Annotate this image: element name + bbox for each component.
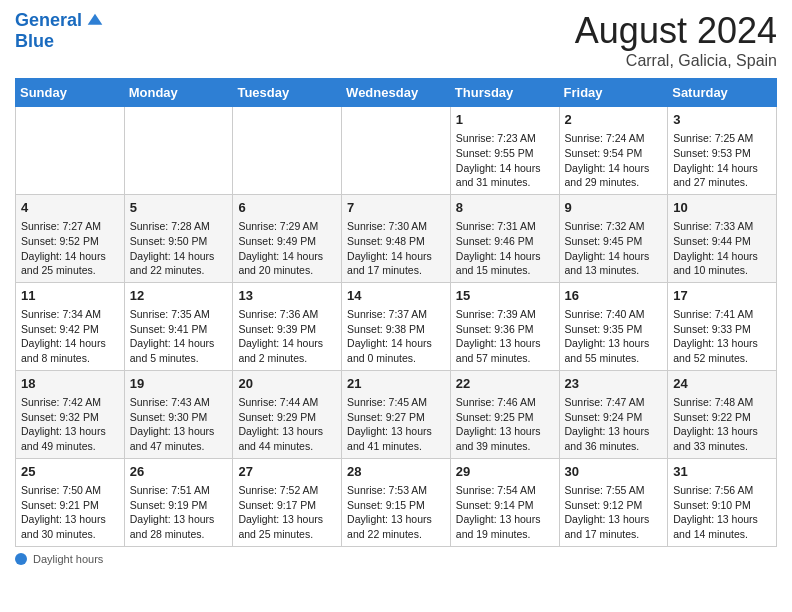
day-info: Sunrise: 7:37 AM Sunset: 9:38 PM Dayligh… <box>347 307 445 366</box>
day-number: 15 <box>456 287 554 305</box>
calendar-cell: 13Sunrise: 7:36 AM Sunset: 9:39 PM Dayli… <box>233 282 342 370</box>
weekday-header-sunday: Sunday <box>16 79 125 107</box>
calendar-cell <box>16 107 125 195</box>
day-number: 11 <box>21 287 119 305</box>
day-number: 23 <box>565 375 663 393</box>
day-number: 16 <box>565 287 663 305</box>
calendar-cell: 21Sunrise: 7:45 AM Sunset: 9:27 PM Dayli… <box>342 370 451 458</box>
calendar-header: SundayMondayTuesdayWednesdayThursdayFrid… <box>16 79 777 107</box>
day-number: 20 <box>238 375 336 393</box>
calendar-cell: 7Sunrise: 7:30 AM Sunset: 9:48 PM Daylig… <box>342 194 451 282</box>
day-info: Sunrise: 7:30 AM Sunset: 9:48 PM Dayligh… <box>347 219 445 278</box>
weekday-header-tuesday: Tuesday <box>233 79 342 107</box>
calendar-cell: 19Sunrise: 7:43 AM Sunset: 9:30 PM Dayli… <box>124 370 233 458</box>
calendar-cell: 16Sunrise: 7:40 AM Sunset: 9:35 PM Dayli… <box>559 282 668 370</box>
calendar-table: SundayMondayTuesdayWednesdayThursdayFrid… <box>15 78 777 547</box>
calendar-cell: 3Sunrise: 7:25 AM Sunset: 9:53 PM Daylig… <box>668 107 777 195</box>
calendar-week-row: 11Sunrise: 7:34 AM Sunset: 9:42 PM Dayli… <box>16 282 777 370</box>
day-number: 10 <box>673 199 771 217</box>
day-number: 31 <box>673 463 771 481</box>
logo: GeneralBlue <box>15 10 106 52</box>
daylight-dot <box>15 553 27 565</box>
calendar-cell: 18Sunrise: 7:42 AM Sunset: 9:32 PM Dayli… <box>16 370 125 458</box>
calendar-cell: 29Sunrise: 7:54 AM Sunset: 9:14 PM Dayli… <box>450 458 559 546</box>
calendar-cell: 2Sunrise: 7:24 AM Sunset: 9:54 PM Daylig… <box>559 107 668 195</box>
day-info: Sunrise: 7:50 AM Sunset: 9:21 PM Dayligh… <box>21 483 119 542</box>
day-info: Sunrise: 7:35 AM Sunset: 9:41 PM Dayligh… <box>130 307 228 366</box>
day-number: 1 <box>456 111 554 129</box>
title-block: August 2024 Carral, Galicia, Spain <box>575 10 777 70</box>
day-info: Sunrise: 7:45 AM Sunset: 9:27 PM Dayligh… <box>347 395 445 454</box>
calendar-cell: 25Sunrise: 7:50 AM Sunset: 9:21 PM Dayli… <box>16 458 125 546</box>
day-info: Sunrise: 7:25 AM Sunset: 9:53 PM Dayligh… <box>673 131 771 190</box>
location-subtitle: Carral, Galicia, Spain <box>575 52 777 70</box>
day-info: Sunrise: 7:39 AM Sunset: 9:36 PM Dayligh… <box>456 307 554 366</box>
calendar-cell <box>233 107 342 195</box>
month-title: August 2024 <box>575 10 777 52</box>
day-info: Sunrise: 7:29 AM Sunset: 9:49 PM Dayligh… <box>238 219 336 278</box>
weekday-header-monday: Monday <box>124 79 233 107</box>
day-info: Sunrise: 7:33 AM Sunset: 9:44 PM Dayligh… <box>673 219 771 278</box>
calendar-cell: 8Sunrise: 7:31 AM Sunset: 9:46 PM Daylig… <box>450 194 559 282</box>
day-info: Sunrise: 7:32 AM Sunset: 9:45 PM Dayligh… <box>565 219 663 278</box>
day-info: Sunrise: 7:36 AM Sunset: 9:39 PM Dayligh… <box>238 307 336 366</box>
calendar-week-row: 1Sunrise: 7:23 AM Sunset: 9:55 PM Daylig… <box>16 107 777 195</box>
day-info: Sunrise: 7:47 AM Sunset: 9:24 PM Dayligh… <box>565 395 663 454</box>
day-info: Sunrise: 7:24 AM Sunset: 9:54 PM Dayligh… <box>565 131 663 190</box>
day-number: 28 <box>347 463 445 481</box>
calendar-cell: 1Sunrise: 7:23 AM Sunset: 9:55 PM Daylig… <box>450 107 559 195</box>
day-info: Sunrise: 7:56 AM Sunset: 9:10 PM Dayligh… <box>673 483 771 542</box>
day-number: 6 <box>238 199 336 217</box>
day-info: Sunrise: 7:53 AM Sunset: 9:15 PM Dayligh… <box>347 483 445 542</box>
day-number: 17 <box>673 287 771 305</box>
day-number: 29 <box>456 463 554 481</box>
weekday-header-thursday: Thursday <box>450 79 559 107</box>
weekday-header-wednesday: Wednesday <box>342 79 451 107</box>
calendar-cell: 28Sunrise: 7:53 AM Sunset: 9:15 PM Dayli… <box>342 458 451 546</box>
calendar-body: 1Sunrise: 7:23 AM Sunset: 9:55 PM Daylig… <box>16 107 777 547</box>
calendar-cell <box>342 107 451 195</box>
day-number: 14 <box>347 287 445 305</box>
day-number: 5 <box>130 199 228 217</box>
day-info: Sunrise: 7:42 AM Sunset: 9:32 PM Dayligh… <box>21 395 119 454</box>
day-info: Sunrise: 7:46 AM Sunset: 9:25 PM Dayligh… <box>456 395 554 454</box>
calendar-cell: 4Sunrise: 7:27 AM Sunset: 9:52 PM Daylig… <box>16 194 125 282</box>
day-number: 21 <box>347 375 445 393</box>
day-number: 12 <box>130 287 228 305</box>
calendar-cell: 23Sunrise: 7:47 AM Sunset: 9:24 PM Dayli… <box>559 370 668 458</box>
day-number: 30 <box>565 463 663 481</box>
weekday-header-row: SundayMondayTuesdayWednesdayThursdayFrid… <box>16 79 777 107</box>
day-info: Sunrise: 7:54 AM Sunset: 9:14 PM Dayligh… <box>456 483 554 542</box>
day-info: Sunrise: 7:44 AM Sunset: 9:29 PM Dayligh… <box>238 395 336 454</box>
day-info: Sunrise: 7:55 AM Sunset: 9:12 PM Dayligh… <box>565 483 663 542</box>
calendar-cell: 12Sunrise: 7:35 AM Sunset: 9:41 PM Dayli… <box>124 282 233 370</box>
calendar-cell: 20Sunrise: 7:44 AM Sunset: 9:29 PM Dayli… <box>233 370 342 458</box>
svg-marker-0 <box>88 14 103 25</box>
calendar-cell <box>124 107 233 195</box>
day-number: 9 <box>565 199 663 217</box>
day-info: Sunrise: 7:28 AM Sunset: 9:50 PM Dayligh… <box>130 219 228 278</box>
day-info: Sunrise: 7:23 AM Sunset: 9:55 PM Dayligh… <box>456 131 554 190</box>
day-number: 2 <box>565 111 663 129</box>
calendar-cell: 10Sunrise: 7:33 AM Sunset: 9:44 PM Dayli… <box>668 194 777 282</box>
calendar-cell: 27Sunrise: 7:52 AM Sunset: 9:17 PM Dayli… <box>233 458 342 546</box>
day-number: 8 <box>456 199 554 217</box>
calendar-cell: 22Sunrise: 7:46 AM Sunset: 9:25 PM Dayli… <box>450 370 559 458</box>
weekday-header-friday: Friday <box>559 79 668 107</box>
day-number: 22 <box>456 375 554 393</box>
day-info: Sunrise: 7:40 AM Sunset: 9:35 PM Dayligh… <box>565 307 663 366</box>
calendar-week-row: 25Sunrise: 7:50 AM Sunset: 9:21 PM Dayli… <box>16 458 777 546</box>
day-number: 4 <box>21 199 119 217</box>
calendar-week-row: 18Sunrise: 7:42 AM Sunset: 9:32 PM Dayli… <box>16 370 777 458</box>
day-number: 7 <box>347 199 445 217</box>
calendar-cell: 17Sunrise: 7:41 AM Sunset: 9:33 PM Dayli… <box>668 282 777 370</box>
day-info: Sunrise: 7:48 AM Sunset: 9:22 PM Dayligh… <box>673 395 771 454</box>
day-info: Sunrise: 7:31 AM Sunset: 9:46 PM Dayligh… <box>456 219 554 278</box>
day-number: 3 <box>673 111 771 129</box>
calendar-cell: 24Sunrise: 7:48 AM Sunset: 9:22 PM Dayli… <box>668 370 777 458</box>
day-number: 19 <box>130 375 228 393</box>
calendar-week-row: 4Sunrise: 7:27 AM Sunset: 9:52 PM Daylig… <box>16 194 777 282</box>
calendar-cell: 14Sunrise: 7:37 AM Sunset: 9:38 PM Dayli… <box>342 282 451 370</box>
day-info: Sunrise: 7:34 AM Sunset: 9:42 PM Dayligh… <box>21 307 119 366</box>
day-number: 13 <box>238 287 336 305</box>
